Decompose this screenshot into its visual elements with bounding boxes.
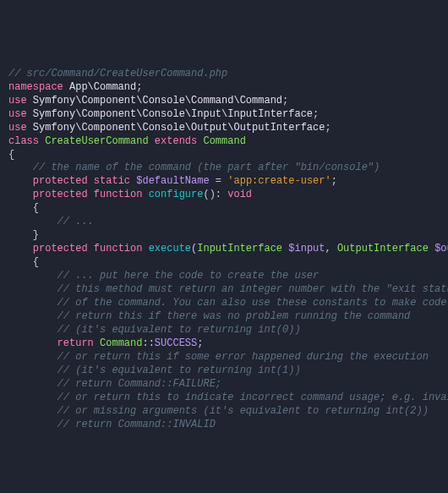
line-comment: // ... put here the code to create the u…	[8, 270, 440, 283]
line-comment: // (it's equivalent to returning int(0))	[8, 324, 440, 337]
line-return: return Command::SUCCESS;	[8, 337, 440, 351]
line-namespace: namespace App\Command;	[8, 81, 440, 95]
line-comment: // src/Command/CreateUserCommand.php	[8, 68, 440, 81]
line-comment: // (it's equivalent to returning int(1))	[8, 364, 440, 378]
line-method-decl: protected function configure(): void	[8, 189, 440, 202]
line-property: protected static $defaultName = 'app:cre…	[8, 175, 440, 189]
line-use: use Symfony\Component\Console\Input\Inpu…	[8, 108, 440, 122]
line-class-decl: class CreateUserCommand extends Command	[8, 135, 440, 149]
line-method-decl: protected function execute(InputInterfac…	[8, 243, 440, 256]
line-comment: // ...	[8, 216, 440, 229]
line-comment: // or return this to indicate incorrect …	[8, 392, 440, 405]
line-brace: {	[8, 256, 440, 270]
line-comment: // or return this if some error happened…	[8, 351, 440, 364]
line-comment: // the name of the command (the part aft…	[8, 162, 440, 175]
line-comment: // return this if there was no problem r…	[8, 310, 440, 324]
line-comment: // this method must return an integer nu…	[8, 283, 440, 297]
line-comment: // return Command::INVALID	[8, 419, 440, 432]
code-editor: // src/Command/CreateUserCommand.phpname…	[8, 68, 440, 432]
line-comment: // return Command::FAILURE;	[8, 378, 440, 392]
line-brace: }	[8, 229, 440, 243]
line-use: use Symfony\Component\Console\Output\Out…	[8, 122, 440, 135]
line-brace: {	[8, 149, 440, 162]
line-brace: {	[8, 202, 440, 216]
line-comment: // of the command. You can also use thes…	[8, 297, 440, 310]
line-use: use Symfony\Component\Console\Command\Co…	[8, 95, 440, 108]
line-comment: // or missing arguments (it's equivalent…	[8, 405, 440, 419]
